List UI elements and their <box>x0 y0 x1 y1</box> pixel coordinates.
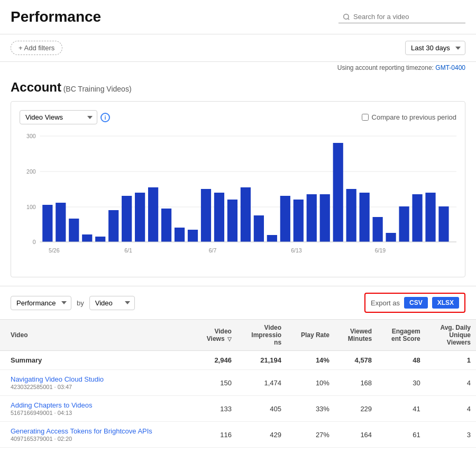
cell-minutes: 229 <box>335 396 377 422</box>
col-header-views[interactable]: VideoViews ▽ <box>194 320 237 351</box>
cell-impressions: 405 <box>237 396 287 422</box>
svg-rect-23 <box>214 193 224 242</box>
cell-playrate: 33% <box>287 396 335 422</box>
svg-rect-22 <box>201 189 211 242</box>
page-title: Performance <box>11 8 101 25</box>
cell-minutes: 164 <box>335 422 377 448</box>
cell-minutes: 168 <box>335 370 377 396</box>
svg-rect-13 <box>82 234 92 242</box>
account-header: Account (BC Training Videos) <box>0 76 476 101</box>
svg-rect-18 <box>148 187 158 242</box>
svg-rect-10 <box>42 205 52 242</box>
search-icon <box>343 13 350 21</box>
search-input[interactable] <box>353 13 461 21</box>
export-label: Export as <box>371 299 400 307</box>
svg-rect-19 <box>161 209 171 242</box>
svg-rect-28 <box>280 196 290 242</box>
add-filters-button[interactable]: + Add filters <box>11 41 62 55</box>
search-container <box>338 11 465 23</box>
col-header-playrate: Play Rate <box>287 320 335 351</box>
add-filters-label: + Add filters <box>19 44 54 52</box>
svg-text:6/7: 6/7 <box>209 247 217 254</box>
col-header-engagement: Engagement Score <box>377 320 426 351</box>
cell-video: Generating Access Tokens for Brightcove … <box>0 422 194 448</box>
cell-playrate: 27% <box>287 422 335 448</box>
export-area: Export as CSV XLSX <box>364 293 465 313</box>
svg-rect-33 <box>346 189 356 242</box>
cell-video: Adding Chapters to Videos 5167166949001 … <box>0 396 194 422</box>
svg-rect-38 <box>412 194 422 242</box>
timezone-text: Using account reporting timezone: <box>337 64 434 71</box>
svg-rect-31 <box>320 194 330 242</box>
metric-select[interactable]: Video Views Video Impressions Play Rate … <box>20 110 97 124</box>
bottom-toolbar-left: Performance Engagement by Video Day Coun… <box>11 296 135 310</box>
chart-section: Video Views Video Impressions Play Rate … <box>11 101 465 277</box>
table-header-row: Video VideoViews ▽ VideoImpressions Play… <box>0 320 476 351</box>
table-row: Generating Access Tokens for Brightcove … <box>0 422 476 448</box>
export-xlsx-button[interactable]: XLSX <box>432 297 459 309</box>
video-title-link[interactable]: Navigating Video Cloud Studio <box>11 375 104 383</box>
svg-text:6/19: 6/19 <box>375 247 386 254</box>
summary-impressions: 21,194 <box>237 351 287 370</box>
summary-minutes: 4,578 <box>335 351 377 370</box>
svg-rect-14 <box>95 237 105 242</box>
cell-views: 150 <box>194 370 237 396</box>
svg-rect-40 <box>438 206 448 242</box>
col-header-impressions: VideoImpressions <box>237 320 287 351</box>
summary-views: 2,946 <box>194 351 237 370</box>
summary-playrate: 14% <box>287 351 335 370</box>
col-header-video: Video <box>0 320 194 351</box>
summary-row: Summary 2,946 21,194 14% 4,578 48 1 <box>0 351 476 370</box>
compare-label[interactable]: Compare to previous period <box>362 113 456 121</box>
svg-rect-12 <box>69 219 79 242</box>
export-csv-button[interactable]: CSV <box>404 297 428 309</box>
cell-views: 133 <box>194 396 237 422</box>
bottom-toolbar: Performance Engagement by Video Day Coun… <box>0 286 476 320</box>
svg-rect-17 <box>135 193 145 242</box>
cell-playrate: 10% <box>287 370 335 396</box>
video-title-link[interactable]: Adding Chapters to Videos <box>11 401 92 409</box>
cell-video: Navigating Video Cloud Studio 4230322585… <box>0 370 194 396</box>
summary-engagement: 48 <box>377 351 426 370</box>
svg-rect-39 <box>425 193 435 242</box>
svg-rect-15 <box>108 210 118 242</box>
video-meta: 4097165379001 · 02:20 <box>11 436 188 442</box>
date-range-wrapper: Last 30 days Last 7 days Last 90 days Cu… <box>405 41 465 55</box>
svg-rect-20 <box>175 228 185 242</box>
svg-text:0: 0 <box>33 239 36 245</box>
cell-avgdaily: 4 <box>426 396 476 422</box>
cell-engagement: 61 <box>377 422 426 448</box>
performance-select[interactable]: Performance Engagement <box>11 296 71 310</box>
cell-impressions: 429 <box>237 422 287 448</box>
page-header: Performance <box>0 0 476 34</box>
chart-controls: Video Views Video Impressions Play Rate … <box>20 110 456 124</box>
info-icon[interactable]: i <box>100 113 110 122</box>
compare-checkbox[interactable] <box>362 114 369 121</box>
svg-text:300: 300 <box>26 133 36 139</box>
filter-toolbar: + Add filters Last 30 days Last 7 days L… <box>0 34 476 62</box>
account-subtitle: (BC Training Videos) <box>63 85 132 93</box>
by-label: by <box>77 299 84 307</box>
video-title-link[interactable]: Generating Access Tokens for Brightcove … <box>11 427 152 435</box>
data-table: Video VideoViews ▽ VideoImpressions Play… <box>0 320 476 448</box>
svg-rect-37 <box>399 206 409 242</box>
table-row: Navigating Video Cloud Studio 4230322585… <box>0 370 476 396</box>
svg-rect-16 <box>122 196 132 242</box>
svg-rect-35 <box>373 217 383 242</box>
chart-area: 300 200 100 0 <box>20 131 456 268</box>
svg-rect-34 <box>360 193 370 242</box>
svg-rect-27 <box>267 235 277 242</box>
date-range-select[interactable]: Last 30 days Last 7 days Last 90 days Cu… <box>405 41 465 55</box>
timezone-link[interactable]: GMT-0400 <box>435 64 465 71</box>
cell-impressions: 1,474 <box>237 370 287 396</box>
table-container: Video VideoViews ▽ VideoImpressions Play… <box>0 320 476 448</box>
summary-label: Summary <box>0 351 194 370</box>
svg-text:200: 200 <box>26 168 36 175</box>
cell-views: 116 <box>194 422 237 448</box>
timezone-bar: Using account reporting timezone: GMT-04… <box>0 62 476 76</box>
group-by-select[interactable]: Video Day Country <box>89 296 135 310</box>
svg-text:6/1: 6/1 <box>124 247 132 254</box>
cell-engagement: 41 <box>377 396 426 422</box>
svg-rect-21 <box>188 230 198 242</box>
cell-avgdaily: 4 <box>426 370 476 396</box>
